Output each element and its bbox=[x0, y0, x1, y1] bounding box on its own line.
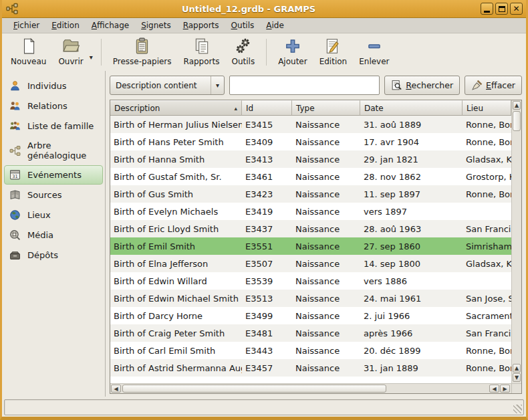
reports-button[interactable]: Rapports bbox=[178, 35, 226, 69]
cell-type: Naissance bbox=[292, 207, 360, 217]
scroll-up-button[interactable]: ▲ bbox=[513, 101, 521, 110]
clear-button[interactable]: Effacer bbox=[465, 76, 522, 95]
table-row[interactable]: Birth of Emil Smith E3551 Naissance 27. … bbox=[110, 237, 511, 255]
menu-item[interactable]: Edition bbox=[45, 19, 86, 32]
add-plus-icon bbox=[284, 37, 301, 55]
table-row[interactable]: Birth of Astrid Shermanna Aug... E3457 N… bbox=[110, 359, 511, 377]
cell-date: 31. jan 1889 bbox=[360, 363, 463, 373]
vertical-scrollbar[interactable]: ▲ ▲ ▼ bbox=[511, 100, 521, 383]
cell-description: Birth of Hanna Smith bbox=[110, 154, 242, 165]
cell-type: Naissance bbox=[292, 294, 360, 304]
table-row[interactable]: Birth of Gus Smith E3423 Naissance 11. s… bbox=[110, 185, 511, 203]
clear-button-label: Effacer bbox=[486, 80, 515, 90]
sidebar-item-liste-de-famille[interactable]: Liste de famille bbox=[4, 116, 103, 136]
horizontal-scrollbar[interactable]: ◀ ◀ ▶ bbox=[110, 383, 511, 393]
scroll-right-button[interactable]: ▶ bbox=[500, 385, 510, 393]
vertical-scroll-thumb[interactable] bbox=[513, 111, 521, 131]
remove-button[interactable]: Enlever bbox=[353, 35, 395, 69]
sidebar-item-label: Evénements bbox=[27, 170, 82, 180]
table-row[interactable]: Birth of Edwin Michael Smith E3513 Naiss… bbox=[110, 290, 511, 307]
minimize-icon bbox=[484, 11, 490, 13]
menu-item[interactable]: Rapports bbox=[177, 19, 225, 32]
cell-place: Ronne, Born bbox=[463, 363, 511, 373]
cell-type: Naissance bbox=[292, 137, 360, 147]
scroll-left-button[interactable]: ◀ bbox=[111, 385, 121, 393]
maximize-button[interactable] bbox=[495, 3, 508, 15]
chevron-down-icon: ▾ bbox=[90, 54, 93, 61]
edit-button[interactable]: Edition bbox=[313, 35, 354, 69]
scroll-track[interactable] bbox=[387, 385, 487, 393]
table-row[interactable]: Birth of Elna Jefferson E3507 Naissance … bbox=[110, 255, 511, 272]
sidebar-item-sources[interactable]: Sources bbox=[4, 185, 103, 205]
table-row[interactable]: Birth of Hanna Smith E3413 Naissance 29.… bbox=[110, 150, 511, 168]
cell-id: E3415 bbox=[242, 120, 292, 130]
column-header-type[interactable]: Type bbox=[292, 100, 360, 116]
open-dropdown-button[interactable]: ▾ bbox=[90, 44, 96, 61]
add-button[interactable]: Ajouter bbox=[272, 35, 313, 69]
scroll-left-button-right[interactable]: ◀ bbox=[489, 385, 499, 393]
menu-item[interactable]: Outils bbox=[225, 19, 261, 32]
table-row[interactable]: Birth of Carl Emil Smith E3443 Naissance… bbox=[110, 342, 511, 359]
scroll-up-icon: ▲ bbox=[515, 102, 519, 108]
two-people-icon bbox=[9, 100, 21, 112]
sidebar-item-lieux[interactable]: Lieux bbox=[4, 205, 103, 225]
table-row[interactable]: Birth of Darcy Horne E3499 Naissance 2. … bbox=[110, 307, 511, 324]
sidebar-item-relations[interactable]: Relations bbox=[4, 96, 103, 116]
table-row[interactable]: Birth of Eric Lloyd Smith E3437 Naissanc… bbox=[110, 220, 511, 237]
cell-description: Birth of Carl Emil Smith bbox=[110, 346, 242, 356]
search-input[interactable] bbox=[229, 76, 380, 95]
cell-id: E3481 bbox=[242, 328, 292, 338]
cell-place: Ronne, Born bbox=[463, 346, 511, 356]
filter-bar: Description contient ▾ Rechercher bbox=[110, 76, 522, 95]
cell-type: Naissance bbox=[292, 346, 360, 356]
close-button[interactable]: ✕ bbox=[510, 3, 523, 15]
sidebar-item-arbre-genealogique[interactable]: Arbre généalogique bbox=[4, 136, 103, 165]
menu-item[interactable]: Fichier bbox=[7, 19, 45, 32]
column-header-date[interactable]: Date bbox=[360, 100, 463, 116]
sidebar-item-depots[interactable]: Dépôts bbox=[4, 245, 103, 265]
search-button[interactable]: Rechercher bbox=[384, 76, 460, 95]
minimize-button[interactable] bbox=[481, 3, 493, 15]
cell-type: Naissance bbox=[292, 224, 360, 234]
cell-place: Ronne, Born bbox=[463, 137, 511, 147]
sidebar-item-individus[interactable]: Individus bbox=[4, 76, 103, 96]
sidebar-item-label: Liste de famille bbox=[27, 121, 94, 131]
scroll-track[interactable] bbox=[513, 132, 521, 364]
cell-date: 14. sep 1800 bbox=[360, 259, 463, 269]
column-header-description[interactable]: Description ▴ bbox=[110, 100, 242, 116]
menu-item[interactable]: Affichage bbox=[86, 19, 135, 32]
table-row[interactable]: Birth of Craig Peter Smith E3481 Naissan… bbox=[110, 324, 511, 342]
cell-description: Birth of Craig Peter Smith bbox=[110, 328, 242, 338]
cell-id: E3513 bbox=[242, 294, 292, 304]
table-row[interactable]: Birth of Edwin Willard E3539 Naissance v… bbox=[110, 272, 511, 290]
menu-item[interactable]: Aide bbox=[260, 19, 290, 32]
column-header-id[interactable]: Id bbox=[242, 100, 292, 116]
cell-type: Naissance bbox=[292, 276, 360, 286]
cell-date: vers 1886 bbox=[360, 276, 463, 286]
column-header-lieu[interactable]: Lieu bbox=[463, 100, 511, 116]
table-row[interactable]: Birth of Evelyn Michaels E3419 Naissance… bbox=[110, 203, 511, 220]
tools-button[interactable]: Outils bbox=[225, 35, 261, 69]
globe-icon bbox=[9, 209, 21, 221]
main-area: Individus Relations Liste de famille bbox=[2, 71, 526, 397]
table-row[interactable]: Birth of Hans Peter Smith E3409 Naissanc… bbox=[110, 133, 511, 150]
media-icon bbox=[9, 229, 21, 241]
scroll-down-button[interactable]: ▼ bbox=[513, 373, 521, 382]
menu-item[interactable]: Signets bbox=[135, 19, 177, 32]
table-row[interactable]: Birth of Gustaf Smith, Sr. E3461 Naissan… bbox=[110, 168, 511, 185]
sidebar-item-evenements[interactable]: 31 Evénements bbox=[4, 165, 103, 185]
remove-minus-icon bbox=[366, 37, 383, 55]
sidebar-item-media[interactable]: Média bbox=[4, 225, 103, 245]
resize-grip-icon[interactable] bbox=[513, 405, 522, 413]
table-row[interactable]: Birth of Herman Julius Nielsen E3415 Nai… bbox=[110, 116, 511, 133]
new-button[interactable]: Nouveau bbox=[5, 35, 52, 69]
filter-field-select[interactable]: Description contient ▾ bbox=[110, 76, 225, 95]
horizontal-scroll-thumb[interactable] bbox=[122, 385, 386, 393]
person-icon bbox=[9, 80, 21, 92]
open-button[interactable]: Ouvrir bbox=[52, 35, 89, 69]
sidebar-item-label: Média bbox=[27, 230, 53, 240]
cell-date: 2. jui 1966 bbox=[360, 311, 463, 321]
clipboard-button[interactable]: Presse-papiers bbox=[107, 35, 178, 69]
cell-description: Birth of Hans Peter Smith bbox=[110, 137, 242, 147]
scroll-up-button-bottom[interactable]: ▲ bbox=[513, 364, 521, 373]
